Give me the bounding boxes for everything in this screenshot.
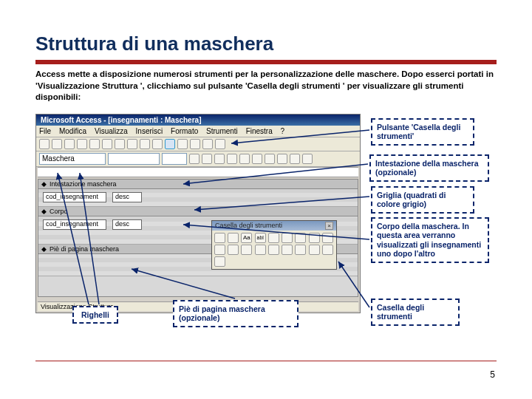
unboundobj-icon[interactable]	[255, 245, 266, 255]
view-icon[interactable]	[39, 139, 50, 149]
toolbox-title[interactable]: Casella degli strumenti ×	[212, 221, 336, 231]
preview-icon[interactable]	[77, 139, 87, 149]
callout-body: Corpo della maschera. In questa area ver…	[371, 217, 489, 263]
window-title: Microsoft Access - [insegnamenti : Masch…	[36, 115, 360, 126]
pagebreak-icon[interactable]	[282, 245, 293, 255]
toolbox-grid[interactable]: Aa abl	[212, 231, 336, 269]
callout-rulers: Righelli	[72, 306, 118, 324]
autoformat-icon[interactable]	[177, 139, 188, 149]
code-icon[interactable]	[190, 139, 200, 149]
align-left-icon[interactable]	[227, 154, 237, 164]
italic-icon[interactable]	[202, 154, 212, 164]
optionbutton-icon[interactable]	[295, 233, 306, 243]
align-right-icon[interactable]	[252, 154, 262, 164]
close-icon[interactable]: ×	[325, 222, 333, 230]
boundobj-icon[interactable]	[268, 245, 279, 255]
paste-icon[interactable]	[115, 139, 125, 149]
label-icon[interactable]: Aa	[241, 233, 252, 243]
menu-finestra[interactable]: Finestra	[246, 127, 273, 135]
wizard-icon[interactable]	[228, 233, 239, 243]
redo-icon[interactable]	[140, 139, 150, 149]
section-header-bar[interactable]: ◆ Intestazione maschera	[38, 180, 358, 189]
section-header-body[interactable]: cod_insegnament desc	[38, 189, 358, 207]
listbox-icon[interactable]	[214, 245, 225, 255]
callout-grid: Griglia (quadrati di colore grigio)	[371, 186, 474, 214]
combobox-icon[interactable]	[322, 233, 333, 243]
cut-icon[interactable]	[89, 139, 100, 149]
linecolor-icon[interactable]	[290, 154, 300, 164]
bold-icon[interactable]	[189, 154, 200, 164]
menu-inserisci[interactable]: Inserisci	[136, 127, 163, 135]
menu-formato[interactable]: Formato	[171, 127, 198, 135]
section-body-bar[interactable]: ◆ Corpo	[38, 207, 358, 216]
page-title: Struttura di una maschera	[35, 33, 497, 64]
underline-icon[interactable]	[214, 154, 225, 164]
field-value-2[interactable]: desc	[112, 219, 142, 230]
copy-icon[interactable]	[102, 139, 112, 149]
properties-icon[interactable]	[202, 139, 213, 149]
menu-visualizza[interactable]: Visualizza	[95, 127, 128, 135]
save-icon[interactable]	[52, 139, 62, 149]
menu-modifica[interactable]: Modifica	[59, 127, 86, 135]
line-icon[interactable]	[322, 245, 333, 255]
horizontal-ruler	[38, 167, 358, 177]
size-combo[interactable]	[162, 153, 187, 165]
toolbar-1[interactable]	[36, 137, 360, 151]
undo-icon[interactable]	[127, 139, 137, 149]
forecolor-icon[interactable]	[277, 154, 287, 164]
rectangle-icon[interactable]	[214, 256, 225, 267]
toolbox-button[interactable]	[165, 139, 175, 149]
callout-toolbox-button: Pulsante 'Casella degli strumenti'	[371, 118, 474, 146]
callout-footer: Piè di pagina maschera (opzionale)	[173, 300, 299, 327]
field-label-2[interactable]: cod_insegnament	[43, 219, 106, 230]
fillcolor-icon[interactable]	[265, 154, 275, 164]
menu-strumenti[interactable]: Strumenti	[206, 127, 238, 135]
subform-icon[interactable]	[309, 245, 320, 255]
build-icon[interactable]	[215, 139, 225, 149]
page-number: 5	[490, 369, 495, 380]
menu-help[interactable]: ?	[281, 127, 285, 135]
linewidth-icon[interactable]	[302, 154, 313, 164]
field-value-1[interactable]: desc	[112, 192, 142, 202]
access-window: Microsoft Access - [insegnamenti : Masch…	[35, 114, 361, 313]
commandbutton-icon[interactable]	[228, 245, 239, 255]
menu-file[interactable]: File	[39, 127, 51, 135]
tabcontrol-icon[interactable]	[295, 245, 306, 255]
checkbox-icon[interactable]	[309, 233, 320, 243]
textbox-icon[interactable]: abl	[255, 233, 266, 243]
intro-text: Access mette a disposizione numerosi str…	[35, 69, 497, 103]
font-combo[interactable]	[108, 153, 160, 165]
field-label-1[interactable]: cod_insegnament	[43, 192, 106, 202]
print-icon[interactable]	[64, 139, 75, 149]
callout-header: Intestazione della maschera (opzionale)	[369, 154, 489, 182]
menu-bar[interactable]: File Modifica Visualizza Inserisci Forma…	[36, 126, 360, 137]
fieldlist-icon[interactable]	[152, 139, 163, 149]
togglebutton-icon[interactable]	[282, 233, 293, 243]
pointer-icon[interactable]	[214, 233, 225, 243]
toolbox-window[interactable]: Casella degli strumenti × Aa abl	[211, 220, 337, 270]
image-icon[interactable]	[241, 245, 252, 255]
callout-toolbox: Casella degli strumenti	[371, 299, 460, 326]
toolbar-2[interactable]: Maschera	[36, 151, 360, 167]
bottom-rule	[35, 361, 497, 361]
align-center-icon[interactable]	[239, 154, 250, 164]
optiongroup-icon[interactable]	[268, 233, 279, 243]
figure: Microsoft Access - [insegnamenti : Masch…	[35, 114, 497, 335]
object-combo[interactable]: Maschera	[39, 153, 106, 165]
